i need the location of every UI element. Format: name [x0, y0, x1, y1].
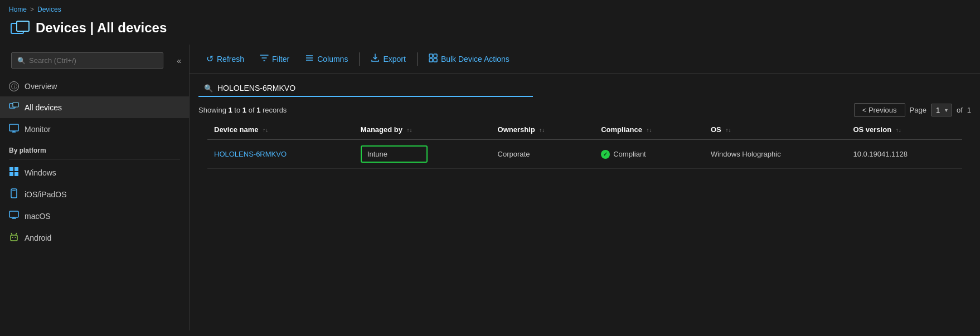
- filter-input-wrapper[interactable]: 🔍: [198, 80, 533, 97]
- columns-label: Columns: [317, 55, 348, 64]
- compliance-text: Compliant: [613, 150, 646, 158]
- refresh-button[interactable]: ↺ Refresh: [198, 50, 252, 67]
- records-label: records: [263, 106, 287, 114]
- sidebar-search-input[interactable]: [29, 56, 157, 65]
- svg-rect-4: [13, 103, 18, 107]
- filter-search-icon: 🔍: [204, 84, 213, 92]
- col-ownership[interactable]: Ownership ↑↓: [491, 120, 595, 140]
- records-to: 1: [242, 106, 246, 114]
- svg-point-21: [15, 237, 16, 238]
- filter-label: Filter: [272, 55, 289, 64]
- toolbar: ↺ Refresh Filter: [190, 45, 980, 74]
- cell-ownership: Corporate: [491, 140, 595, 169]
- cell-os-version: 10.0.19041.1128: [846, 140, 962, 169]
- sidebar-item-ios[interactable]: iOS/iPadOS: [0, 183, 189, 205]
- macos-icon: [9, 210, 19, 222]
- columns-icon: [305, 53, 314, 64]
- monitor-icon: [9, 123, 19, 135]
- of-label: of: [249, 106, 256, 114]
- content-area: ↺ Refresh Filter: [190, 45, 980, 330]
- sidebar-item-macos[interactable]: macOS: [0, 205, 189, 227]
- sidebar-item-label-overview: Overview: [25, 82, 57, 91]
- cell-compliance: ✓ Compliant: [594, 140, 704, 169]
- sort-icon-ownership: ↑↓: [539, 127, 545, 133]
- svg-rect-25: [429, 54, 433, 57]
- export-button[interactable]: Export: [363, 50, 413, 67]
- breadcrumb: Home > Devices: [0, 0, 980, 16]
- sidebar-item-all-devices[interactable]: All devices: [0, 96, 189, 118]
- refresh-icon: ↺: [206, 53, 214, 64]
- table-header: Device name ↑↓ Managed by ↑↓ Ownership ↑…: [207, 120, 962, 140]
- breadcrumb-home[interactable]: Home: [9, 6, 27, 13]
- sidebar-item-monitor[interactable]: Monitor: [0, 118, 189, 140]
- devices-table: Device name ↑↓ Managed by ↑↓ Ownership ↑…: [207, 120, 962, 169]
- svg-rect-10: [9, 172, 13, 176]
- refresh-label: Refresh: [217, 55, 244, 64]
- filter-icon: [260, 53, 269, 64]
- total-pages: 1: [967, 106, 971, 114]
- table-row[interactable]: HOLOLENS-6RMKVO Intune Corporate ✓ Compl…: [207, 140, 962, 169]
- android-icon: [9, 232, 19, 244]
- sidebar-nav: ⓘ Overview All devices: [0, 76, 189, 330]
- svg-rect-17: [11, 235, 17, 241]
- col-os[interactable]: OS ↑↓: [704, 120, 846, 140]
- export-icon: [371, 53, 380, 64]
- compliant-icon: ✓: [601, 150, 610, 159]
- page-label-text: Page: [910, 106, 926, 114]
- previous-button[interactable]: < Previous: [854, 103, 905, 117]
- toolbar-divider-2: [417, 52, 418, 66]
- pagination: < Previous Page 1 of 1: [854, 103, 980, 117]
- col-managed-by[interactable]: Managed by ↑↓: [354, 120, 491, 140]
- sidebar-item-label-ios: iOS/iPadOS: [25, 190, 66, 199]
- table-body: HOLOLENS-6RMKVO Intune Corporate ✓ Compl…: [207, 140, 962, 169]
- compliance-container: ✓ Compliant: [601, 150, 697, 159]
- svg-rect-11: [14, 172, 18, 176]
- svg-rect-28: [434, 59, 437, 62]
- svg-rect-8: [9, 167, 13, 171]
- col-compliance[interactable]: Compliance ↑↓: [594, 120, 704, 140]
- svg-rect-26: [434, 54, 437, 57]
- showing-text: Showing: [198, 106, 226, 114]
- ios-icon: [9, 188, 19, 200]
- section-divider: [9, 159, 180, 159]
- of-pages-label: of: [957, 106, 963, 114]
- breadcrumb-separator: >: [30, 6, 34, 13]
- breadcrumb-current: Devices: [37, 6, 61, 13]
- collapse-sidebar-button[interactable]: «: [173, 55, 185, 66]
- filter-button[interactable]: Filter: [252, 50, 297, 67]
- page-icon: [9, 18, 29, 38]
- page-select[interactable]: 1: [931, 104, 952, 116]
- sidebar-item-label-all-devices: All devices: [25, 103, 62, 112]
- info-icon: ⓘ: [9, 81, 19, 91]
- svg-rect-14: [9, 211, 18, 217]
- columns-button[interactable]: Columns: [297, 50, 356, 67]
- col-device-name[interactable]: Device name ↑↓: [207, 120, 354, 140]
- records-total: 1: [256, 106, 260, 114]
- search-filter-bar[interactable]: 🔍: [198, 80, 971, 97]
- sidebar-item-windows[interactable]: Windows: [0, 162, 189, 183]
- by-platform-label: By platform: [0, 140, 189, 157]
- table-container: Device name ↑↓ Managed by ↑↓ Ownership ↑…: [190, 120, 980, 169]
- svg-rect-5: [9, 124, 18, 131]
- export-label: Export: [383, 55, 405, 64]
- devices-page-icon: [9, 18, 31, 40]
- cell-os: Windows Holographic: [704, 140, 846, 169]
- sidebar-item-label-windows: Windows: [25, 168, 56, 177]
- sidebar-item-label-macos: macOS: [25, 212, 51, 221]
- toolbar-divider-1: [359, 52, 360, 66]
- sidebar-item-overview[interactable]: ⓘ Overview: [0, 76, 189, 96]
- page-select-wrapper[interactable]: 1: [931, 104, 952, 116]
- sort-icon-os-version: ↑↓: [896, 127, 901, 133]
- filter-search-input[interactable]: [217, 84, 527, 92]
- svg-rect-1: [17, 21, 29, 31]
- sidebar-search[interactable]: 🔍: [11, 52, 163, 69]
- sidebar-item-android[interactable]: Android: [0, 227, 189, 249]
- svg-rect-9: [14, 167, 18, 171]
- cell-managed-by: Intune: [354, 140, 491, 169]
- records-pagination-row: Showing 1 to 1 of 1 records < Previous P…: [190, 100, 980, 120]
- bulk-icon: [429, 53, 438, 64]
- bulk-actions-button[interactable]: Bulk Device Actions: [421, 50, 517, 67]
- col-os-version[interactable]: OS version ↑↓: [846, 120, 962, 140]
- svg-rect-13: [12, 190, 16, 191]
- windows-icon: [9, 167, 19, 178]
